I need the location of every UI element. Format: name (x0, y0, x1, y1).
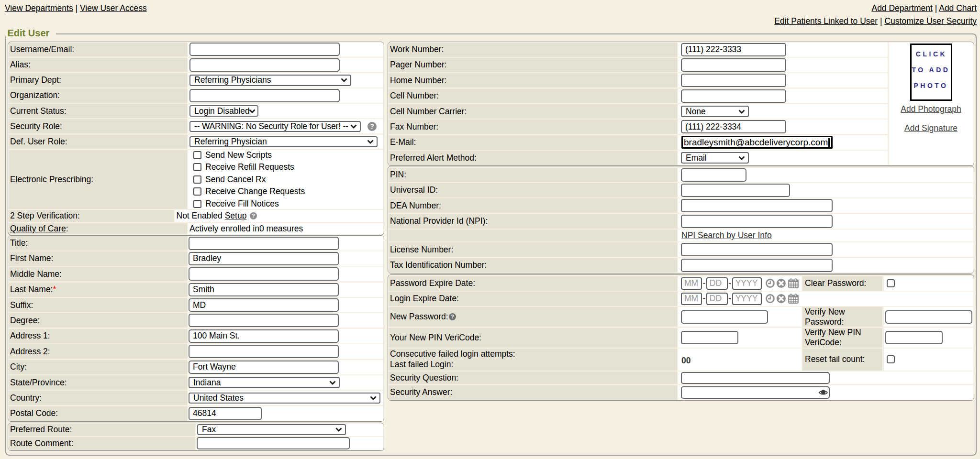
svg-text:?: ? (252, 213, 255, 219)
svg-text:?: ? (370, 122, 374, 130)
svg-text:?: ? (451, 314, 454, 319)
